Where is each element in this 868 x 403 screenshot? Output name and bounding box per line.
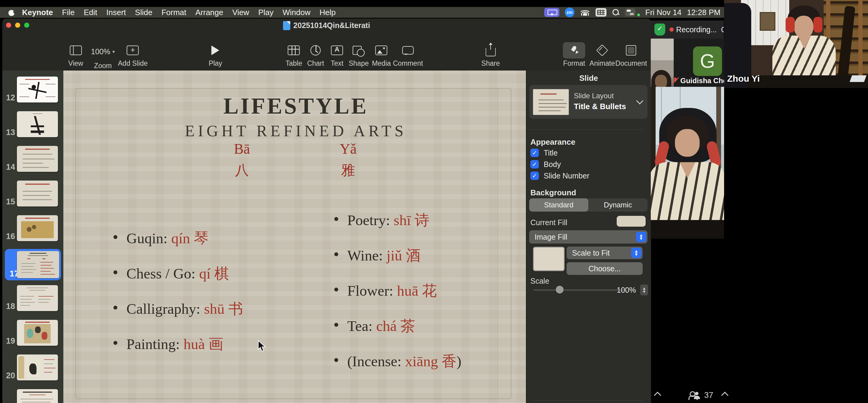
play-button[interactable]: Play xyxy=(209,44,222,68)
screen-sharing-icon[interactable] xyxy=(544,8,559,17)
slide-thumbnail-16[interactable]: 16 xyxy=(2,215,63,243)
select-stepper-icon[interactable]: ▲▼ xyxy=(636,232,646,242)
menu-file[interactable]: File xyxy=(62,8,75,17)
slide-layout-label: Slide Layout xyxy=(574,92,614,100)
text-button[interactable]: Text xyxy=(331,44,343,68)
slide-thumbnail-13[interactable]: 13 xyxy=(2,111,63,139)
format-button[interactable]: Format xyxy=(563,44,585,68)
bullet-dot xyxy=(114,306,117,309)
slide-thumbnail-18[interactable]: 18 xyxy=(2,285,63,313)
tab-standard[interactable]: Standard xyxy=(529,198,588,211)
menu-insert[interactable]: Insert xyxy=(106,8,126,17)
apple-menu-icon[interactable] xyxy=(8,9,15,16)
slide-layout-card[interactable]: Slide Layout Title & Bullets xyxy=(529,85,647,119)
screen: Keynote File Edit Insert Slide Format Ar… xyxy=(0,0,868,403)
scale-slider-track[interactable] xyxy=(533,289,624,291)
image-fill-well[interactable] xyxy=(533,246,565,271)
scale-mode-select[interactable]: Scale to Fit ▲▼ xyxy=(567,246,643,259)
mic-muted-icon xyxy=(673,77,678,85)
menu-help[interactable]: Help xyxy=(319,8,336,17)
menu-edit[interactable]: Edit xyxy=(84,8,97,17)
share-button[interactable]: Share xyxy=(481,44,500,68)
checkbox-checked-icon[interactable]: ✓ xyxy=(530,148,539,157)
menu-keynote[interactable]: Keynote xyxy=(22,8,53,17)
bullet-flower[interactable]: Flower: huā 花 xyxy=(334,281,437,301)
add-slide-button[interactable]: Add Slide xyxy=(118,44,148,68)
view-button[interactable]: View xyxy=(68,44,83,68)
bullet-tea[interactable]: Tea: chá 茶 xyxy=(334,316,415,336)
original-sound-button[interactable]: Orig xyxy=(721,25,724,34)
wifi-icon[interactable] xyxy=(580,8,590,16)
ya-pinyin[interactable]: Yǎ xyxy=(340,140,356,157)
slide-thumbnail-21[interactable]: 21 xyxy=(2,389,63,403)
participant-avatar-g[interactable]: G xyxy=(693,46,722,76)
menu-slide[interactable]: Slide xyxy=(135,8,152,17)
paper-on-desk xyxy=(849,75,867,82)
zoom-floating-video[interactable]: Zhou Yi xyxy=(724,0,868,88)
menu-bar: Keynote File Edit Insert Slide Format Ar… xyxy=(0,7,724,18)
security-shield-icon[interactable] xyxy=(654,24,665,36)
menu-arrange[interactable]: Arrange xyxy=(195,8,223,17)
bullet-chess[interactable]: Chess / Go: qí 棋 xyxy=(114,264,229,283)
comment-button[interactable]: Comment xyxy=(393,44,423,68)
bullet-calligraphy[interactable]: Calligraphy: shū 书 xyxy=(114,299,243,319)
current-fill-swatch[interactable] xyxy=(617,216,646,227)
slide-thumbnail-12[interactable]: 12 xyxy=(2,76,63,104)
shape-button[interactable]: Shape xyxy=(349,44,369,68)
menu-view[interactable]: View xyxy=(232,8,249,17)
participants-count[interactable]: 37 xyxy=(704,391,713,400)
zoom-app-icon[interactable]: zm xyxy=(565,7,575,17)
input-source-icon[interactable] xyxy=(595,8,607,16)
bullet-incense[interactable]: (Incense: xiāng 香) xyxy=(334,351,461,371)
bullet-wine[interactable]: Wine: jiǔ 酒 xyxy=(334,246,421,266)
fill-type-select[interactable]: Image Fill ▲▼ xyxy=(529,230,647,243)
checkbox-checked-icon[interactable]: ✓ xyxy=(530,160,539,168)
chevron-up-icon[interactable] xyxy=(721,392,728,399)
slide-canvas[interactable]: LIFESTYLE EIGHT REFINED ARTS Bā 八 Yǎ 雅 G… xyxy=(63,70,528,403)
animate-button[interactable]: Animate xyxy=(590,44,615,68)
menu-bar-time[interactable]: 12:28 PM xyxy=(687,8,720,17)
chart-button[interactable]: Chart xyxy=(307,44,324,68)
slide-thumbnail-20[interactable]: 20 xyxy=(2,355,63,382)
choose-button[interactable]: Choose... xyxy=(567,262,643,275)
slide-title[interactable]: LIFESTYLE xyxy=(63,93,528,119)
zoom-control[interactable]: 100% ▾ Zoom xyxy=(91,44,115,70)
slide-subtitle[interactable]: EIGHT REFINED ARTS xyxy=(63,122,528,140)
menu-window[interactable]: Window xyxy=(282,8,310,17)
slide-thumbnail-19[interactable]: 19 xyxy=(2,320,63,347)
ba-pinyin[interactable]: Bā xyxy=(234,140,250,157)
recording-dot-icon xyxy=(670,27,674,32)
chevron-down-icon[interactable] xyxy=(636,97,643,104)
scale-stepper-icon[interactable]: ▲▼ xyxy=(640,284,648,295)
media-button[interactable]: Media xyxy=(372,44,391,68)
zoom-speaker-video[interactable] xyxy=(651,87,724,239)
spotlight-search-icon[interactable] xyxy=(612,8,620,16)
tab-dynamic[interactable]: Dynamic xyxy=(588,198,647,211)
select-stepper-icon[interactable]: ▲▼ xyxy=(631,248,642,258)
bullet-painting[interactable]: Painting: huà 画 xyxy=(114,334,223,354)
document-button[interactable]: Document xyxy=(616,44,647,68)
slide-thumbnail-17-selected[interactable]: 17 xyxy=(5,249,61,280)
table-button[interactable]: Table xyxy=(286,44,302,68)
checkbox-slide-number[interactable]: ✓ Slide Number xyxy=(530,171,589,180)
checkbox-checked-icon[interactable]: ✓ xyxy=(530,171,539,180)
play-icon xyxy=(212,45,219,55)
bullet-poetry[interactable]: Poetry: shī 诗 xyxy=(334,210,429,230)
menu-bar-date[interactable]: Fri Nov 14 xyxy=(645,8,682,17)
menu-format[interactable]: Format xyxy=(161,8,186,17)
checkbox-title[interactable]: ✓ Title xyxy=(530,148,558,157)
scale-slider-knob[interactable] xyxy=(556,286,564,294)
bullet-guqin[interactable]: Guqin: qín 琴 xyxy=(114,229,209,248)
inspector-header: Slide xyxy=(526,73,651,83)
control-center-icon[interactable] xyxy=(625,8,636,16)
ya-hanzi[interactable]: 雅 xyxy=(341,161,355,180)
participant-video-tile[interactable] xyxy=(651,39,674,87)
slide-thumbnail-15[interactable]: 15 xyxy=(2,180,63,208)
checkbox-body[interactable]: ✓ Body xyxy=(530,160,561,169)
slide-thumbnail-14[interactable]: 14 xyxy=(2,146,63,174)
chevron-up-icon[interactable] xyxy=(654,392,661,399)
participants-icon[interactable] xyxy=(689,391,701,400)
scale-value[interactable]: 100% xyxy=(617,286,636,295)
menu-play[interactable]: Play xyxy=(258,8,274,17)
ba-hanzi[interactable]: 八 xyxy=(235,161,249,180)
